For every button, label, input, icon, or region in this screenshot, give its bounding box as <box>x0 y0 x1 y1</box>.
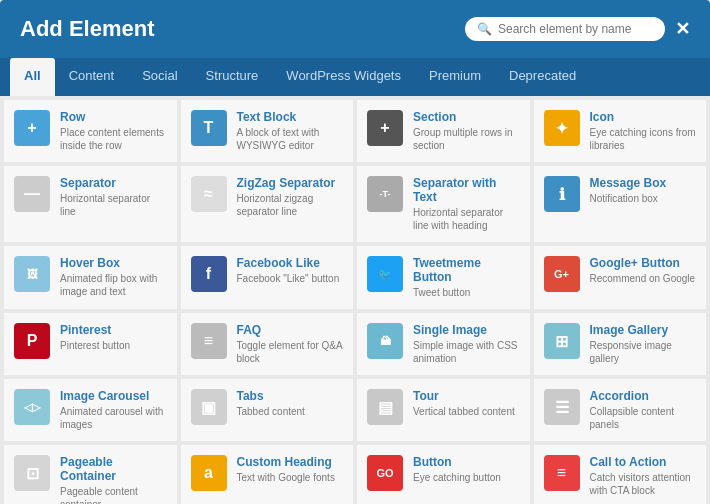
element-desc: Animated flip box with image and text <box>60 272 167 298</box>
element-icon: + <box>367 110 403 146</box>
element-item-separator[interactable]: —SeparatorHorizontal separator line <box>4 166 177 242</box>
element-item-tour[interactable]: ▤TourVertical tabbed content <box>357 379 530 441</box>
element-desc: Horizontal separator line <box>60 192 167 218</box>
element-item-faq[interactable]: ≡FAQToggle element for Q&A block <box>181 313 354 375</box>
element-icon: ▣ <box>191 389 227 425</box>
element-desc: Toggle element for Q&A block <box>237 339 344 365</box>
element-icon: GO <box>367 455 403 491</box>
element-item-hover-box[interactable]: 🖼Hover BoxAnimated flip box with image a… <box>4 246 177 309</box>
element-name: Image Gallery <box>590 323 697 337</box>
tab-content[interactable]: Content <box>55 58 129 96</box>
element-item-separator-with-text[interactable]: -T-Separator with TextHorizontal separat… <box>357 166 530 242</box>
element-name: Button <box>413 455 520 469</box>
element-name: Icon <box>590 110 697 124</box>
element-item-icon[interactable]: ✦IconEye catching icons from libraries <box>534 100 707 162</box>
element-desc: Vertical tabbed content <box>413 405 520 418</box>
element-desc: Text with Google fonts <box>237 471 344 484</box>
element-text: Facebook LikeFacebook "Like" button <box>237 256 344 285</box>
element-item-google+-button[interactable]: G+Google+ ButtonRecommend on Google <box>534 246 707 309</box>
element-text: Pageable ContainerPageable content conta… <box>60 455 167 504</box>
element-item-accordion[interactable]: ☰AccordionCollapsible content panels <box>534 379 707 441</box>
tab-wordpress-widgets[interactable]: WordPress Widgets <box>272 58 415 96</box>
element-icon: G+ <box>544 256 580 292</box>
element-icon: — <box>14 176 50 212</box>
element-desc: Eye catching icons from libraries <box>590 126 697 152</box>
element-desc: Catch visitors attention with CTA block <box>590 471 697 497</box>
element-text: PinterestPinterest button <box>60 323 167 352</box>
element-text: RowPlace content elements inside the row <box>60 110 167 152</box>
element-icon: ✦ <box>544 110 580 146</box>
element-item-pageable-container[interactable]: ⊡Pageable ContainerPageable content cont… <box>4 445 177 504</box>
element-icon: P <box>14 323 50 359</box>
element-name: Row <box>60 110 167 124</box>
element-name: Separator with Text <box>413 176 520 204</box>
element-desc: Recommend on Google <box>590 272 697 285</box>
element-icon: + <box>14 110 50 146</box>
element-item-row[interactable]: +RowPlace content elements inside the ro… <box>4 100 177 162</box>
modal-header: Add Element 🔍 ✕ <box>0 0 710 58</box>
element-icon: ≡ <box>191 323 227 359</box>
element-item-button[interactable]: GOButtonEye catching button <box>357 445 530 504</box>
element-item-text-block[interactable]: TText BlockA block of text with WYSIWYG … <box>181 100 354 162</box>
element-item-zigzag-separator[interactable]: ≈ZigZag SeparatorHorizontal zigzag separ… <box>181 166 354 242</box>
element-text: Call to ActionCatch visitors attention w… <box>590 455 697 497</box>
element-item-image-gallery[interactable]: ⊞Image GalleryResponsive image gallery <box>534 313 707 375</box>
element-icon: ⊞ <box>544 323 580 359</box>
element-name: Text Block <box>237 110 344 124</box>
element-text: Message BoxNotification box <box>590 176 697 205</box>
element-item-single-image[interactable]: 🏔Single ImageSimple image with CSS anima… <box>357 313 530 375</box>
element-text: SeparatorHorizontal separator line <box>60 176 167 218</box>
close-button[interactable]: ✕ <box>675 18 690 40</box>
element-item-facebook-like[interactable]: fFacebook LikeFacebook "Like" button <box>181 246 354 309</box>
element-item-call-to-action[interactable]: ≡Call to ActionCatch visitors attention … <box>534 445 707 504</box>
element-text: Text BlockA block of text with WYSIWYG e… <box>237 110 344 152</box>
element-desc: Tabbed content <box>237 405 344 418</box>
element-icon: ◁▷ <box>14 389 50 425</box>
element-icon: T <box>191 110 227 146</box>
search-icon: 🔍 <box>477 22 492 36</box>
element-name: Single Image <box>413 323 520 337</box>
element-item-message-box[interactable]: ℹMessage BoxNotification box <box>534 166 707 242</box>
element-text: Tweetmeme ButtonTweet button <box>413 256 520 299</box>
element-icon: ℹ <box>544 176 580 212</box>
element-desc: Place content elements inside the row <box>60 126 167 152</box>
element-item-tweetmeme-button[interactable]: 🐦Tweetmeme ButtonTweet button <box>357 246 530 309</box>
element-name: Facebook Like <box>237 256 344 270</box>
element-name: Image Carousel <box>60 389 167 403</box>
element-desc: Facebook "Like" button <box>237 272 344 285</box>
element-text: Custom HeadingText with Google fonts <box>237 455 344 484</box>
element-item-section[interactable]: +SectionGroup multiple rows in section <box>357 100 530 162</box>
search-box: 🔍 <box>465 17 665 41</box>
element-text: Image CarouselAnimated carousel with ima… <box>60 389 167 431</box>
element-desc: Pageable content container <box>60 485 167 504</box>
element-name: Custom Heading <box>237 455 344 469</box>
tab-social[interactable]: Social <box>128 58 191 96</box>
element-text: ZigZag SeparatorHorizontal zigzag separa… <box>237 176 344 218</box>
element-desc: Horizontal zigzag separator line <box>237 192 344 218</box>
tab-structure[interactable]: Structure <box>192 58 273 96</box>
element-icon: -T- <box>367 176 403 212</box>
element-name: Tour <box>413 389 520 403</box>
element-name: Google+ Button <box>590 256 697 270</box>
element-text: SectionGroup multiple rows in section <box>413 110 520 152</box>
element-text: Single ImageSimple image with CSS animat… <box>413 323 520 365</box>
element-text: FAQToggle element for Q&A block <box>237 323 344 365</box>
element-icon: ≡ <box>544 455 580 491</box>
tab-all[interactable]: All <box>10 58 55 96</box>
search-input[interactable] <box>498 22 653 36</box>
element-name: Hover Box <box>60 256 167 270</box>
element-item-image-carousel[interactable]: ◁▷Image CarouselAnimated carousel with i… <box>4 379 177 441</box>
element-item-pinterest[interactable]: PPinterestPinterest button <box>4 313 177 375</box>
add-element-modal: Add Element 🔍 ✕ AllContentSocialStructur… <box>0 0 710 504</box>
elements-grid: +RowPlace content elements inside the ro… <box>0 96 710 504</box>
element-desc: Group multiple rows in section <box>413 126 520 152</box>
tab-premium[interactable]: Premium <box>415 58 495 96</box>
element-item-tabs[interactable]: ▣TabsTabbed content <box>181 379 354 441</box>
element-icon: ⊡ <box>14 455 50 491</box>
element-desc: Simple image with CSS animation <box>413 339 520 365</box>
element-desc: Notification box <box>590 192 697 205</box>
element-desc: A block of text with WYSIWYG editor <box>237 126 344 152</box>
element-name: Pinterest <box>60 323 167 337</box>
element-item-custom-heading[interactable]: aCustom HeadingText with Google fonts <box>181 445 354 504</box>
tab-deprecated[interactable]: Deprecated <box>495 58 590 96</box>
